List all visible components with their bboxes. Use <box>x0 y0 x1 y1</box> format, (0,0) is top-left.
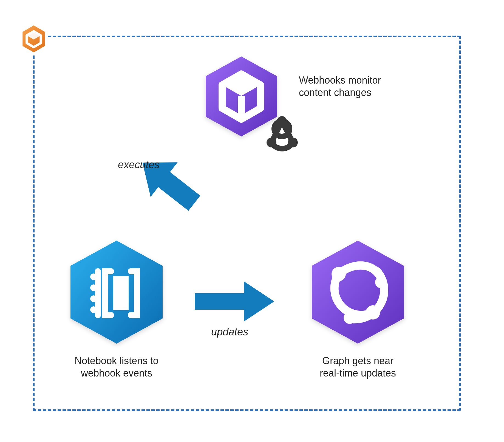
svg-point-15 <box>375 276 387 288</box>
svg-point-3 <box>277 116 287 126</box>
executes-arrow-icon <box>129 145 217 227</box>
svg-rect-11 <box>113 276 129 310</box>
notebook-hexagon-icon <box>67 238 166 348</box>
notebook-caption-line2: webhook events <box>81 367 152 379</box>
webhooks-caption-line1: Webhooks monitor <box>299 75 381 86</box>
webhook-icon <box>258 112 306 158</box>
executes-label: executes <box>118 159 160 171</box>
svg-point-16 <box>344 312 356 324</box>
svg-point-4 <box>267 138 276 147</box>
graph-hexagon-icon <box>308 238 407 348</box>
arcgis-badge-icon <box>19 22 49 55</box>
graph-node: Graph gets near real-time updates <box>306 238 410 379</box>
svg-point-5 <box>288 138 298 147</box>
notebook-caption-line1: Notebook listens to <box>75 355 158 366</box>
svg-point-14 <box>366 305 380 320</box>
updates-arrow-icon <box>192 278 277 325</box>
notebook-caption: Notebook listens to webhook events <box>75 355 158 379</box>
notebook-node: Notebook listens to webhook events <box>64 238 169 379</box>
svg-point-13 <box>332 267 346 281</box>
svg-marker-12 <box>312 241 404 344</box>
graph-caption-line1: Graph gets near <box>322 355 393 366</box>
webhooks-node <box>203 55 288 148</box>
webhooks-caption: Webhooks monitor content changes <box>299 74 381 99</box>
graph-caption-line2: real-time updates <box>320 367 396 379</box>
diagram-canvas: Webhooks monitor content changes execute… <box>0 0 504 442</box>
graph-caption: Graph gets near real-time updates <box>320 355 396 379</box>
webhooks-caption-line2: content changes <box>299 87 371 98</box>
updates-label: updates <box>211 326 248 338</box>
